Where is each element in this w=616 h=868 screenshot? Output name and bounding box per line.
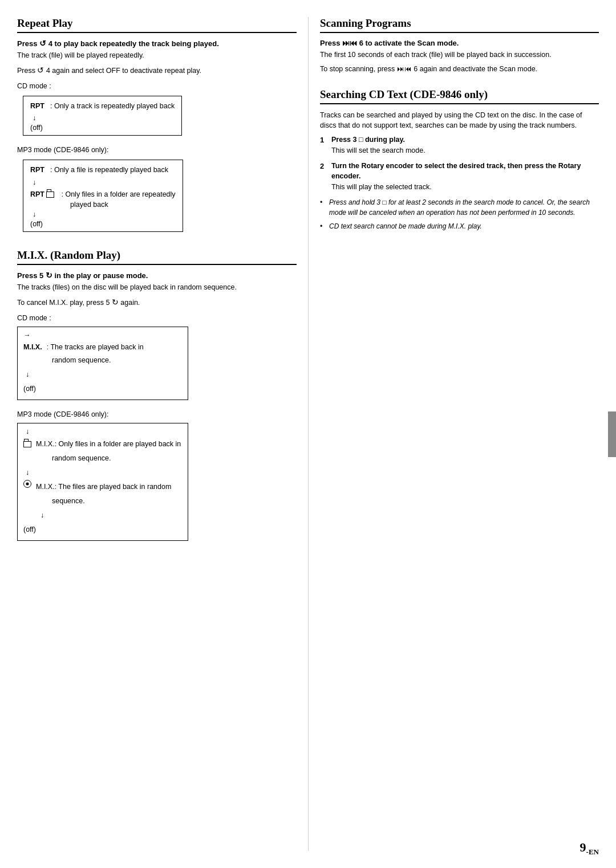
mix-mp3-off: (off) [23, 523, 182, 537]
mix-section: M.I.X. (Random Play) Press 5 ↻ in the pl… [17, 249, 297, 543]
mix-text2: To cancel M.I.X. play, press 5 ↻ again. [17, 296, 297, 308]
scanning-subtitle: Press ⏭⏮ 6 to activate the Scan mode. [320, 39, 599, 47]
page-tab-marker [608, 411, 616, 457]
searching-intro: Tracks can be searched and played by usi… [320, 110, 599, 132]
step1-bold: Press 3 □ during play. [331, 135, 599, 145]
mp3-rpt-folder-desc: : Only files in a folder are repeatedly [61, 188, 175, 201]
arrow-down-3: ↓ [30, 209, 176, 220]
left-column: Repeat Play Press ↺ 4 to play back repea… [17, 17, 308, 851]
mp3-rpt-folder-line: RPT : Only files in a folder are repeate… [30, 188, 176, 201]
mix-title: M.I.X. (Random Play) [17, 249, 297, 265]
step1-desc: This will set the search mode. [331, 145, 599, 156]
mix-mp3-folder-desc: M.I.X.: Only files in a folder are playe… [36, 437, 181, 451]
rpt-cd-desc: : Only a track is repeatedly played back [50, 100, 175, 113]
scanning-text2: To stop scanning, press ⏭⏮ 6 again and d… [320, 64, 599, 75]
mix-mp3-all-desc: M.I.X.: The files are played back in ran… [36, 480, 171, 494]
scanning-section: Scanning Programs Press ⏭⏮ 6 to activate… [320, 17, 599, 75]
mix-cd-desc2: random sequence. [23, 353, 182, 368]
mp3-rpt-desc: : Only a file is repeatedly played back [50, 164, 168, 177]
searching-section: Searching CD Text (CDE-9846 only) Tracks… [320, 88, 599, 231]
mp3-rpt-folder-desc2: played back [30, 201, 176, 209]
bullet2-text: CD text search cannot be made during M.I… [329, 221, 482, 231]
repeat-play-title: Repeat Play [17, 17, 297, 33]
searching-title: Searching CD Text (CDE-9846 only) [320, 88, 599, 104]
bullet-marker-2: • [320, 221, 326, 231]
scanning-text1: The first 10 seconds of each track (file… [320, 50, 599, 60]
mix-cd-line: M.I.X. : The tracks are played back in [23, 341, 182, 354]
mix-mp3-folder-row: M.I.X.: Only files in a folder are playe… [23, 437, 182, 451]
mp3-off: (off) [30, 220, 176, 228]
bullet1-text: Press and hold 3 □ for at least 2 second… [329, 197, 599, 218]
scanning-title: Scanning Programs [320, 17, 599, 33]
folder-icon-2 [23, 437, 33, 451]
page: Repeat Play Press ↺ 4 to play back repea… [0, 0, 616, 868]
repeat-play-text2: Press ↺ 4 again and select OFF to deacti… [17, 64, 297, 76]
mp3-rpt-line1: RPT : Only a file is repeatedly played b… [30, 164, 176, 177]
mp3-rpt-label: RPT [30, 164, 44, 177]
mix-cd-mode-label: CD mode : [17, 314, 297, 322]
mp3-rpt-diagram: RPT : Only a file is repeatedly played b… [23, 160, 183, 232]
arrow-down-1: ↓ [30, 112, 175, 124]
rpt-line1: RPT : Only a track is repeatedly played … [30, 100, 175, 113]
mix-arrow-right: → [23, 331, 182, 341]
repeat-icon: ↺ [39, 39, 46, 48]
step2: 2 Turn the Rotary encoder to select the … [320, 161, 599, 193]
step1-content: Press 3 □ during play. This will set the… [331, 135, 599, 156]
page-number: 9-EN [580, 840, 599, 857]
cd-off: (off) [30, 124, 175, 132]
mix-mp3-diagram: ↓ M.I.X.: Only files in a folder are pla… [17, 423, 188, 541]
cd-rpt-diagram: RPT : Only a track is repeatedly played … [23, 96, 182, 136]
arrow-down-5: ↓ [23, 466, 182, 480]
mix-mp3-all-desc2: sequence. [23, 494, 182, 508]
mix-text1: The tracks (files) on the disc will be p… [17, 282, 297, 293]
step2-desc: This will play the selected track. [331, 182, 599, 193]
repeat-play-subtitle: Press ↺ 4 to play back repeatedly the tr… [17, 39, 297, 48]
repeat-play-text1: The track (file) will be played repeated… [17, 50, 297, 61]
folder-icon [46, 191, 54, 198]
repeat-play-section: Repeat Play Press ↺ 4 to play back repea… [17, 17, 297, 235]
arrow-down-2: ↓ [30, 177, 176, 188]
step2-content: Turn the Rotary encoder to select the de… [331, 161, 599, 193]
mix-mp3-mode-label: MP3 mode (CDE-9846 only): [17, 410, 297, 418]
mix-cd-desc: : The tracks are played back in [47, 341, 144, 354]
bullet2: • CD text search cannot be made during M… [320, 221, 599, 231]
step2-num: 2 [320, 161, 328, 193]
step2-bold: Turn the Rotary encoder to select the de… [331, 161, 599, 182]
arrow-down-6: ↓ [23, 508, 182, 523]
mix-subtitle: Press 5 ↻ in the play or pause mode. [17, 271, 297, 280]
mp3-mode-label: MP3 mode (CDE-9846 only): [17, 146, 297, 154]
step1: 1 Press 3 □ during play. This will set t… [320, 135, 599, 156]
bullet1: • Press and hold 3 □ for at least 2 seco… [320, 197, 599, 218]
arrow-down-4: ↓ [23, 368, 182, 382]
mix-mp3-folder-desc2: random sequence. [23, 451, 182, 466]
mix-cd-label: M.I.X. [23, 341, 42, 354]
cd-mode-label: CD mode : [17, 82, 297, 90]
step1-num: 1 [320, 135, 328, 156]
rpt-cd-label: RPT [30, 100, 44, 113]
mix-mp3-arrow: ↓ [23, 427, 182, 437]
mix-cd-diagram: → M.I.X. : The tracks are played back in… [17, 327, 188, 400]
mix-mp3-all-row: M.I.X.: The files are played back in ran… [23, 480, 182, 494]
right-column: Scanning Programs Press ⏭⏮ 6 to activate… [308, 17, 599, 851]
bullet-marker-1: • [320, 197, 326, 218]
target-icon [23, 480, 31, 488]
mp3-rpt-folder-label: RPT [30, 188, 55, 201]
mix-cd-off: (off) [23, 382, 182, 396]
